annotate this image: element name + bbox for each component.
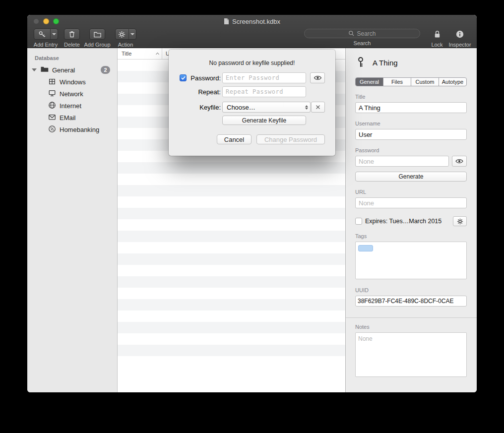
folder-icon: [40, 65, 49, 74]
title-label: Title: [355, 94, 467, 100]
sidebar-item-internet[interactable]: Internet: [27, 100, 117, 112]
windows-icon: [48, 77, 56, 87]
password-label: Password: [355, 147, 467, 154]
column-header-title[interactable]: Title: [118, 51, 155, 57]
sidebar-item-email[interactable]: EMail: [27, 112, 117, 124]
minimize-button[interactable]: [43, 18, 49, 24]
chevron-down-icon: [52, 33, 56, 35]
search-placeholder: Search: [357, 30, 376, 37]
entry-count-badge: 2: [101, 66, 110, 74]
generate-button[interactable]: Generate: [355, 172, 467, 182]
globe-icon: [48, 101, 56, 111]
sidebar-item-homebanking[interactable]: Homebanking: [27, 124, 117, 135]
password-checkbox[interactable]: [180, 74, 187, 81]
tab-general[interactable]: General: [356, 78, 383, 86]
search-input[interactable]: Search: [304, 29, 420, 38]
key-plus-icon: [34, 29, 50, 39]
dialog-repeat-field[interactable]: [222, 86, 306, 97]
toolbar-item-inspector: Inspector: [446, 29, 474, 48]
toolbar-item-add-entry: Add Entry: [31, 29, 60, 48]
entry-title: A Thing: [373, 59, 398, 67]
expires-checkbox[interactable]: [355, 218, 362, 225]
sidebar-item-windows[interactable]: Windows: [27, 76, 117, 88]
tab-custom[interactable]: Custom: [411, 78, 439, 86]
cancel-button[interactable]: Cancel: [217, 134, 252, 144]
title-field[interactable]: [355, 102, 467, 113]
tab-files[interactable]: Files: [383, 78, 411, 86]
traffic-lights: [33, 18, 59, 24]
dialog-keyfile-label: Keyfile:: [189, 104, 221, 111]
sidebar-item-label: Windows: [60, 78, 86, 86]
uuid-field[interactable]: [355, 296, 467, 307]
sidebar-item-network[interactable]: Network: [27, 88, 117, 100]
monitor-icon: [48, 89, 56, 99]
lock-label: Lock: [431, 42, 442, 48]
notes-field[interactable]: [355, 332, 467, 377]
close-button[interactable]: [33, 18, 39, 24]
add-group-button[interactable]: [89, 29, 105, 40]
toolbar-item-lock: Lock: [427, 29, 447, 48]
add-entry-label: Add Entry: [34, 42, 58, 48]
folder-plus-icon: [90, 29, 105, 39]
check-icon: [181, 75, 186, 80]
gear-icon: [457, 218, 463, 225]
expires-label: Expires: Tues…March 2015: [365, 218, 450, 225]
toolbar-item-search: Search Search: [304, 29, 420, 46]
sidebar-item-general[interactable]: General 2: [27, 64, 117, 76]
window-title-area: Screenshot.kdbx: [27, 15, 477, 28]
dialog-password-field[interactable]: [222, 72, 306, 83]
delete-label: Delete: [64, 42, 80, 48]
percent-icon: [48, 125, 56, 134]
inspector-panel: A Thing General Files Custom Autotype Ti…: [345, 48, 477, 392]
titlebar: Screenshot.kdbx: [27, 15, 477, 28]
toolbar-item-add-group: Add Group: [82, 29, 113, 48]
action-button[interactable]: [115, 29, 136, 40]
tag-token[interactable]: [358, 245, 373, 251]
change-password-dialog: No password or keyfile supplied! Passwor…: [169, 50, 335, 156]
action-dropdown[interactable]: [128, 29, 136, 39]
lock-button[interactable]: [433, 29, 441, 40]
action-label: Action: [118, 42, 133, 48]
inspector-button[interactable]: [455, 29, 464, 40]
password-field[interactable]: [355, 156, 449, 167]
lock-icon: [433, 30, 441, 39]
sidebar-item-label: Network: [60, 90, 83, 98]
popup-stepper-icon: [305, 105, 308, 110]
toolbar-item-action: Action: [115, 29, 136, 48]
eye-icon: [314, 75, 322, 81]
close-icon: [315, 104, 321, 110]
disclosure-triangle-icon[interactable]: [32, 68, 37, 71]
generate-keyfile-button[interactable]: Generate Keyfile: [222, 116, 306, 125]
entry-header: A Thing: [355, 56, 467, 69]
keyfile-popup[interactable]: Choose…: [222, 102, 311, 113]
expires-settings-button[interactable]: [453, 216, 467, 226]
dialog-message: No password or keyfile supplied!: [169, 60, 335, 66]
add-entry-button[interactable]: [34, 29, 58, 40]
tags-field[interactable]: [355, 242, 467, 279]
info-icon: [455, 30, 464, 39]
uuid-label: UUID: [355, 287, 467, 294]
inspector-tabs: General Files Custom Autotype: [355, 77, 467, 86]
add-entry-dropdown[interactable]: [50, 29, 58, 39]
clear-keyfile-button[interactable]: [311, 102, 325, 113]
envelope-icon: [48, 113, 56, 123]
document-icon: [224, 18, 229, 25]
sidebar-item-label: Homebanking: [60, 126, 99, 133]
reveal-password-button[interactable]: [452, 156, 467, 167]
app-window: Screenshot.kdbx Add Entry D: [27, 15, 477, 392]
toolbar: Add Entry Delete Add Group: [27, 28, 477, 48]
key-icon: [355, 57, 366, 68]
username-label: Username: [355, 121, 467, 127]
window-chrome: Screenshot.kdbx Add Entry D: [27, 15, 477, 48]
username-field[interactable]: [355, 129, 467, 140]
delete-button[interactable]: [64, 29, 80, 40]
change-password-button[interactable]: Change Password: [256, 134, 325, 144]
search-icon: [348, 30, 355, 37]
sidebar-item-label: General: [52, 66, 75, 74]
dialog-reveal-password-button[interactable]: [310, 72, 325, 83]
url-field[interactable]: [355, 197, 467, 208]
tab-autotype[interactable]: Autotype: [439, 78, 466, 86]
gear-icon: [116, 29, 128, 39]
zoom-button[interactable]: [53, 18, 59, 24]
tags-label: Tags: [355, 233, 467, 240]
